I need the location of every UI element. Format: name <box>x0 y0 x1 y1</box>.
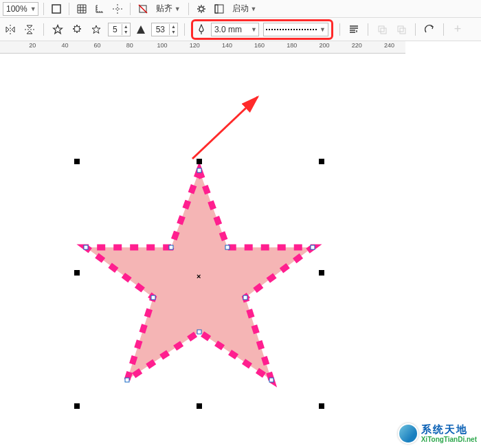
grid-icon[interactable] <box>74 1 89 16</box>
pen-icon[interactable] <box>196 22 207 37</box>
ruler-label: 80 <box>126 42 133 49</box>
ruler-label: 60 <box>94 42 101 49</box>
watermark-zh: 系统天地 <box>421 424 477 436</box>
rulers-icon[interactable] <box>92 1 107 16</box>
chevron-down-icon: ▼ <box>30 5 36 12</box>
chevron-down-icon: ▼ <box>320 26 326 33</box>
handle-se[interactable] <box>319 403 324 409</box>
svg-rect-11 <box>398 26 403 32</box>
chevron-down-icon: ▼ <box>175 5 181 12</box>
svg-point-2 <box>199 7 203 11</box>
add-icon[interactable]: + <box>450 22 465 37</box>
launch-label: 启动 <box>232 3 249 14</box>
svg-marker-7 <box>137 25 145 34</box>
fullscreen-icon[interactable] <box>49 1 64 16</box>
ruler-label: 180 <box>287 42 297 49</box>
layout-icon[interactable] <box>212 1 227 16</box>
svg-marker-6 <box>92 25 100 34</box>
zoom-combo[interactable]: 100% ▼ <box>3 2 38 16</box>
annotation-arrow <box>189 93 265 162</box>
canvas[interactable]: × <box>0 54 481 448</box>
horizontal-ruler: 20406080100120140160180200220240 <box>0 41 405 54</box>
mirror-h-icon[interactable] <box>3 22 18 37</box>
options-icon[interactable] <box>194 1 209 16</box>
outline-width-combo[interactable]: 3.0 mm ▼ <box>211 23 259 36</box>
svg-rect-22 <box>125 378 129 382</box>
ruler-label: 240 <box>384 42 394 49</box>
chevron-down-icon: ▼ <box>251 26 257 33</box>
complex-star-icon[interactable] <box>69 22 85 37</box>
svg-rect-20 <box>84 245 88 249</box>
spin-up-icon[interactable]: ▲ <box>170 24 177 30</box>
ruler-label: 160 <box>254 42 265 49</box>
snap-menu[interactable]: 贴齐 ▼ <box>153 3 183 14</box>
svg-rect-3 <box>215 5 223 13</box>
sharpness-icon[interactable] <box>135 22 147 37</box>
convert-curves-icon[interactable] <box>422 22 437 37</box>
svg-rect-18 <box>243 295 247 300</box>
globe-icon <box>398 423 418 444</box>
ruler-label: 120 <box>190 42 200 49</box>
front-icon[interactable] <box>374 22 390 37</box>
ruler-label: 20 <box>29 42 36 49</box>
watermark-en: XiTongTianDi.net <box>421 436 477 443</box>
chevron-down-icon: ▼ <box>251 5 257 12</box>
handle-n[interactable] <box>197 159 202 164</box>
guidelines-icon[interactable] <box>110 1 125 16</box>
ruler-label: 100 <box>157 42 167 49</box>
back-icon[interactable] <box>394 22 409 37</box>
svg-rect-16 <box>169 245 173 249</box>
outline-controls-highlight: 3.0 mm ▼ ▼ <box>191 19 333 40</box>
sharpness-spinner[interactable]: 53 ▲▼ <box>151 23 178 36</box>
ruler-label: 200 <box>319 42 329 49</box>
points-spinner[interactable]: 5 ▲▼ <box>108 23 131 36</box>
handle-ne[interactable] <box>319 159 324 164</box>
star-shape[interactable]: × <box>76 160 323 407</box>
svg-rect-4 <box>215 5 218 13</box>
spin-up-icon[interactable]: ▲ <box>122 24 130 30</box>
svg-rect-23 <box>269 378 273 382</box>
handle-w[interactable] <box>74 270 80 276</box>
svg-rect-0 <box>52 5 60 13</box>
outline-width-value: 3.0 mm <box>214 25 242 34</box>
center-marker: × <box>197 272 201 280</box>
svg-rect-17 <box>151 295 155 300</box>
handle-s[interactable] <box>197 403 202 409</box>
star-points-icon[interactable] <box>89 22 104 37</box>
ruler-label: 40 <box>61 42 68 49</box>
svg-rect-10 <box>400 28 405 34</box>
svg-line-12 <box>192 97 258 159</box>
svg-rect-21 <box>311 245 315 249</box>
text-wrap-icon[interactable] <box>346 22 361 37</box>
svg-marker-5 <box>54 25 63 33</box>
line-style-combo[interactable]: ▼ <box>263 23 328 36</box>
points-value: 5 <box>109 25 122 34</box>
handle-sw[interactable] <box>74 403 80 409</box>
ruler-label: 220 <box>352 42 362 49</box>
svg-rect-15 <box>225 245 230 249</box>
launch-menu[interactable]: 启动 ▼ <box>230 3 260 14</box>
snap-label: 贴齐 <box>156 3 172 14</box>
spin-down-icon[interactable]: ▼ <box>122 30 130 35</box>
svg-rect-14 <box>197 168 201 172</box>
star-outline-icon[interactable] <box>50 22 65 37</box>
svg-rect-9 <box>381 28 386 34</box>
watermark: 系统天地 XiTongTianDi.net <box>398 423 477 444</box>
mirror-v-icon[interactable] <box>22 22 37 37</box>
dotted-line-preview <box>266 29 317 30</box>
ruler-label: 140 <box>222 42 232 49</box>
handle-e[interactable] <box>319 270 324 276</box>
svg-rect-19 <box>197 330 201 334</box>
sharpness-value: 53 <box>152 25 169 34</box>
svg-rect-8 <box>379 26 384 32</box>
snap-off-icon[interactable] <box>135 1 150 16</box>
handle-nw[interactable] <box>74 159 80 164</box>
spin-down-icon[interactable]: ▼ <box>170 30 177 35</box>
zoom-value: 100% <box>6 4 27 14</box>
